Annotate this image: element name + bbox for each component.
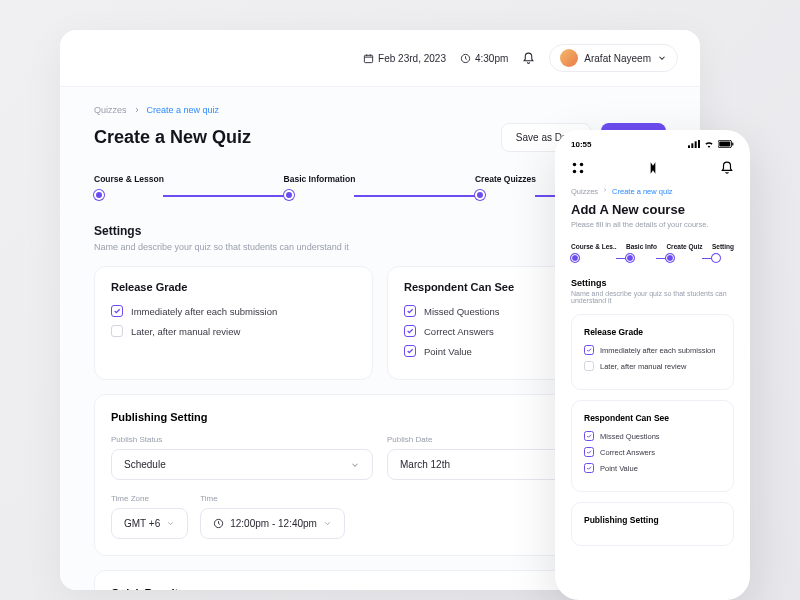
clock-icon xyxy=(213,518,224,529)
status-icons xyxy=(688,140,734,149)
user-menu[interactable]: Arafat Nayeem xyxy=(549,44,678,72)
time-label: Time xyxy=(200,494,345,503)
logo-icon xyxy=(646,161,660,175)
svg-rect-10 xyxy=(732,142,733,145)
m-step-1[interactable]: Course & Les.. xyxy=(571,243,617,262)
time-select[interactable]: 12:00pm - 12:40pm xyxy=(200,508,345,539)
step-1[interactable]: Course & Lesson xyxy=(94,174,164,200)
checkbox-icon xyxy=(404,345,416,357)
checkbox-icon xyxy=(404,305,416,317)
svg-point-12 xyxy=(580,163,584,167)
timezone-select[interactable]: GMT +6 xyxy=(111,508,188,539)
mobile-statusbar: 10:55 xyxy=(555,130,750,153)
avatar xyxy=(560,49,578,67)
m-option-points[interactable]: Point Value xyxy=(584,463,721,473)
m-step-3[interactable]: Create Quiz xyxy=(666,243,702,262)
mobile-settings-desc: Name and describe your quiz so that stud… xyxy=(571,290,734,304)
breadcrumb: Quizzes Create a new quiz xyxy=(94,105,666,115)
svg-rect-0 xyxy=(364,55,372,62)
svg-point-14 xyxy=(580,170,584,174)
option-immediate[interactable]: Immediately after each submission xyxy=(111,305,356,317)
clock-icon xyxy=(460,53,471,64)
signal-icon xyxy=(688,140,700,148)
status-label: Publish Status xyxy=(111,435,373,444)
mobile-settings-title: Settings xyxy=(571,278,734,288)
m-step-4[interactable]: Setting xyxy=(712,243,734,262)
mobile-respondent-card: Respondent Can See Missed Questions Corr… xyxy=(571,400,734,492)
m-option-immediate[interactable]: Immediately after each submission xyxy=(584,345,721,355)
checkbox-icon xyxy=(584,447,594,457)
battery-icon xyxy=(718,140,734,148)
chevron-right-icon xyxy=(602,187,608,193)
card-title: Respondent Can See xyxy=(584,413,721,423)
mobile-nav xyxy=(555,153,750,187)
m-option-correct[interactable]: Correct Answers xyxy=(584,447,721,457)
chevron-down-icon xyxy=(657,53,667,63)
svg-rect-9 xyxy=(719,142,730,147)
svg-rect-4 xyxy=(688,145,690,148)
card-title: Publishing Setting xyxy=(584,515,721,525)
mobile-desc: Please fill in all the details of your c… xyxy=(571,220,734,229)
card-title: Release Grade xyxy=(584,327,721,337)
release-grade-card: Release Grade Immediately after each sub… xyxy=(94,266,373,380)
checkbox-icon xyxy=(584,463,594,473)
m-option-missed[interactable]: Missed Questions xyxy=(584,431,721,441)
wifi-icon xyxy=(703,140,715,148)
menu-icon[interactable] xyxy=(571,161,585,175)
checkbox-icon xyxy=(111,325,123,337)
m-step-2[interactable]: Basic Info xyxy=(626,243,657,262)
svg-rect-7 xyxy=(698,140,700,148)
chevron-down-icon xyxy=(350,460,360,470)
chevron-down-icon xyxy=(323,519,332,528)
crumb-root[interactable]: Quizzes xyxy=(571,187,598,196)
checkbox-icon xyxy=(111,305,123,317)
m-option-later[interactable]: Later, after manual review xyxy=(584,361,721,371)
svg-point-11 xyxy=(573,163,577,167)
time-display: 4:30pm xyxy=(460,53,508,64)
calendar-icon xyxy=(363,53,374,64)
mobile-publishing-card: Publishing Setting xyxy=(571,502,734,546)
mobile-clock: 10:55 xyxy=(571,140,591,149)
tz-label: Time Zone xyxy=(111,494,188,503)
status-select[interactable]: Schedule xyxy=(111,449,373,480)
date-text: Feb 23rd, 2023 xyxy=(378,53,446,64)
checkbox-icon xyxy=(584,345,594,355)
svg-rect-6 xyxy=(695,141,697,148)
bell-icon[interactable] xyxy=(720,161,734,175)
chevron-down-icon xyxy=(166,519,175,528)
mobile-title: Add A New course xyxy=(571,202,734,217)
svg-rect-5 xyxy=(691,143,693,148)
crumb-current: Create a new quiz xyxy=(147,105,220,115)
date-display: Feb 23rd, 2023 xyxy=(363,53,446,64)
chevron-right-icon xyxy=(133,106,141,114)
card-title: Release Grade xyxy=(111,281,356,293)
checkbox-icon xyxy=(404,325,416,337)
bell-icon[interactable] xyxy=(522,52,535,65)
time-text: 4:30pm xyxy=(475,53,508,64)
topbar: Feb 23rd, 2023 4:30pm Arafat Nayeem xyxy=(60,30,700,87)
checkbox-icon xyxy=(584,361,594,371)
step-2[interactable]: Basic Information xyxy=(284,174,356,200)
mobile-preview: 10:55 Quizzes Create a new quiz Add A Ne… xyxy=(555,130,750,600)
crumb-root[interactable]: Quizzes xyxy=(94,105,127,115)
user-name: Arafat Nayeem xyxy=(584,53,651,64)
svg-point-13 xyxy=(573,170,577,174)
step-3[interactable]: Create Quizzes xyxy=(475,174,536,200)
option-later[interactable]: Later, after manual review xyxy=(111,325,356,337)
mobile-stepper: Course & Les.. Basic Info Create Quiz Se… xyxy=(571,243,734,262)
page-title: Create a New Quiz xyxy=(94,127,251,148)
mobile-settings-section: Settings Name and describe your quiz so … xyxy=(571,278,734,304)
mobile-breadcrumb: Quizzes Create a new quiz xyxy=(571,187,734,196)
checkbox-icon xyxy=(584,431,594,441)
crumb-current: Create a new quiz xyxy=(612,187,672,196)
mobile-release-card: Release Grade Immediately after each sub… xyxy=(571,314,734,390)
